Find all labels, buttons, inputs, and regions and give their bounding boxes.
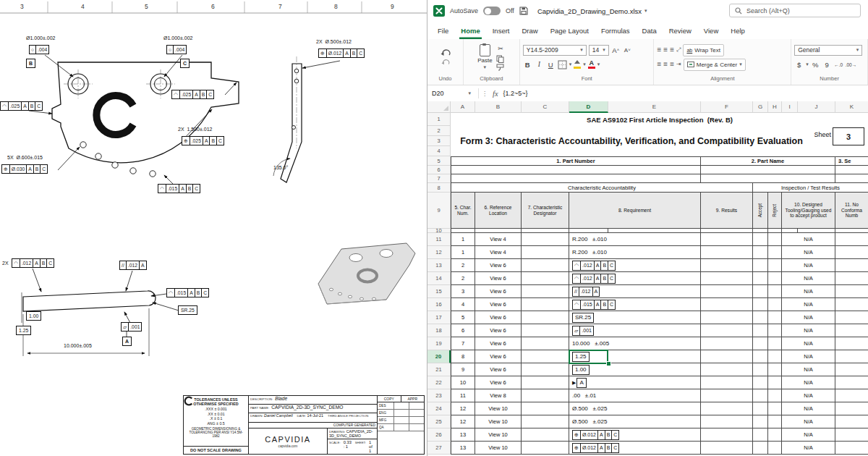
save-icon[interactable] <box>519 7 528 15</box>
cell-nonconformance[interactable] <box>835 246 868 259</box>
cell-accept[interactable] <box>753 428 768 442</box>
cell-nonconformance[interactable] <box>835 311 868 324</box>
cell-reject[interactable] <box>768 298 782 311</box>
sheet-number-value[interactable]: 3 <box>833 127 864 145</box>
cell-accept[interactable] <box>753 389 768 402</box>
cell-reject[interactable] <box>768 428 782 442</box>
cell-results[interactable] <box>701 428 753 442</box>
cell-characteristic-designator[interactable] <box>522 442 569 455</box>
row-header-12[interactable]: 12 <box>427 246 451 259</box>
cell-reference-location[interactable]: View 6 <box>475 350 522 363</box>
cell-requirement[interactable]: R.200 ±.010 <box>569 233 701 246</box>
section3-header[interactable]: 3. Se <box>835 156 868 166</box>
formula-bar-more-icon[interactable]: ⋮ <box>482 90 488 97</box>
cell-accept[interactable] <box>753 272 768 285</box>
cell-tooling[interactable]: N/A <box>782 402 835 415</box>
cell-requirement[interactable]: SR.25 <box>569 311 701 324</box>
cell-characteristic-designator[interactable] <box>522 324 569 337</box>
col-header-G[interactable]: G <box>753 101 768 113</box>
cell-results[interactable] <box>701 311 753 324</box>
cell-accept[interactable] <box>753 259 768 272</box>
cell-tooling[interactable]: N/A <box>782 272 835 285</box>
cell-reference-location[interactable]: View 10 <box>475 428 522 442</box>
cell-char-num[interactable]: 2 <box>451 272 475 285</box>
cell-characteristic-designator[interactable] <box>522 428 569 442</box>
formula-value[interactable]: {1.2~5~} <box>503 90 528 97</box>
cell-reference-location[interactable]: View 10 <box>475 415 522 428</box>
select-all-corner[interactable] <box>427 101 451 113</box>
col-header-J[interactable]: J <box>798 101 835 113</box>
insert-function-button[interactable]: fx <box>493 90 498 98</box>
cell-tooling[interactable]: N/A <box>782 233 835 246</box>
align-left-icon[interactable]: ≡ <box>657 61 661 68</box>
row-header-24[interactable]: 24 <box>427 402 451 415</box>
col-header-D[interactable]: D <box>569 101 608 113</box>
cell-accept[interactable] <box>753 442 768 455</box>
part-name-value[interactable] <box>701 174 835 183</box>
copy-icon[interactable] <box>496 55 504 63</box>
increase-decimal-button[interactable]: .00→ <box>846 59 857 70</box>
cell-reference-location[interactable]: View 6 <box>475 285 522 298</box>
cell-characteristic-designator[interactable] <box>522 363 569 376</box>
cell-results[interactable] <box>701 442 753 455</box>
row-header-27[interactable]: 27 <box>427 442 451 455</box>
orientation-icon[interactable]: ⤢ <box>676 46 681 54</box>
row-header-19[interactable]: 19 <box>427 337 451 350</box>
cell-results[interactable] <box>701 259 753 272</box>
cell-accept[interactable] <box>753 415 768 428</box>
cell-reject[interactable] <box>768 389 782 402</box>
cell-requirement[interactable]: 1.00 <box>569 363 701 376</box>
row-header-2[interactable]: 2 <box>427 126 451 136</box>
menu-tab-review[interactable]: Review <box>668 22 693 39</box>
borders-button[interactable] <box>558 60 567 69</box>
menu-tab-home[interactable]: Home <box>459 22 481 39</box>
cell-tooling[interactable]: N/A <box>782 259 835 272</box>
cell-reject[interactable] <box>768 324 782 337</box>
align-center-icon[interactable]: ≡ <box>663 61 668 68</box>
search-input[interactable]: Search (Alt+Q) <box>729 4 861 17</box>
cell-characteristic-designator[interactable] <box>522 337 569 350</box>
cell-accept[interactable] <box>753 402 768 415</box>
row-header-21[interactable]: 21 <box>427 363 451 376</box>
merge-center-button[interactable]: Merge & Center ▾ <box>684 59 746 71</box>
cell-tooling[interactable]: N/A <box>782 389 835 402</box>
cell-results[interactable] <box>701 324 753 337</box>
grow-font-button[interactable]: A˄ <box>611 45 621 56</box>
cell-characteristic-designator[interactable] <box>522 376 569 389</box>
cell-reference-location[interactable]: View 6 <box>475 311 522 324</box>
cell-reference-location[interactable]: View 6 <box>475 337 522 350</box>
header-char-num[interactable]: 5. Char. Num. <box>451 193 475 229</box>
cell-accept[interactable] <box>753 285 768 298</box>
cell-char-num[interactable]: 1 <box>451 246 475 259</box>
paste-button[interactable]: Paste ▾ <box>477 44 492 70</box>
part-number-header[interactable]: 1. Part Number <box>451 156 701 166</box>
cell-char-num[interactable]: 5 <box>451 311 475 324</box>
header-nonconformance[interactable]: 11. No Conforma Numb <box>835 193 868 229</box>
cell-requirement[interactable]: Ø.500 ±.025 <box>569 402 701 415</box>
cell-char-num[interactable]: 9 <box>451 363 475 376</box>
cell-reject[interactable] <box>768 311 782 324</box>
menu-tab-file[interactable]: File <box>436 22 450 39</box>
header-reference-location[interactable]: 6. Reference Location <box>475 193 522 229</box>
cell-accept[interactable] <box>753 337 768 350</box>
row-header-16[interactable]: 16 <box>427 298 451 311</box>
cell-requirement[interactable]: //.012A <box>569 285 701 298</box>
cell-reject[interactable] <box>768 233 782 246</box>
cell-char-num[interactable]: 10 <box>451 376 475 389</box>
align-middle-icon[interactable]: ≡ <box>663 46 668 54</box>
row-header-15[interactable]: 15 <box>427 285 451 298</box>
cell-reject[interactable] <box>768 272 782 285</box>
cell-characteristic-designator[interactable] <box>522 285 569 298</box>
cell-reject[interactable] <box>768 259 782 272</box>
cell-nonconformance[interactable] <box>835 298 868 311</box>
col-header-E[interactable]: E <box>608 101 701 113</box>
cell-reject[interactable] <box>768 415 782 428</box>
cell-reference-location[interactable]: View 6 <box>475 324 522 337</box>
cell-requirement[interactable]: .00 ±.01 <box>569 389 701 402</box>
row-header-17[interactable]: 17 <box>427 311 451 324</box>
menu-tab-insert[interactable]: Insert <box>491 22 511 39</box>
cell-nonconformance[interactable] <box>835 442 868 455</box>
cell-requirement[interactable]: Ø.500 ±.025 <box>569 415 701 428</box>
band-inspection[interactable]: Inspection / Test Results <box>753 183 868 193</box>
cell-char-num[interactable]: 11 <box>451 389 475 402</box>
